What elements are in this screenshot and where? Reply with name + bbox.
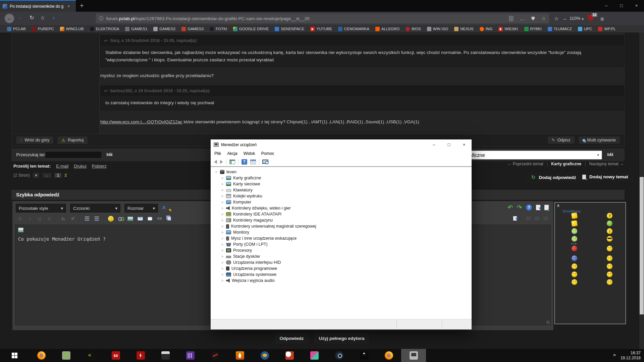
bookmark-item[interactable]: GAMES1 [122,27,150,31]
tree-item[interactable]: >Kontrolery magazynu [221,217,273,223]
tree-item[interactable]: >Urządzenia systemowe [221,272,276,278]
bookmark-item[interactable]: PUREPC [29,27,57,31]
emoticon-devil[interactable] [607,221,612,226]
full-editor-button[interactable]: Użyj pełnego edytora [314,333,370,344]
editor-help-icon[interactable]: ? [526,204,532,210]
tree-root[interactable]: > leven [215,169,236,175]
emoticon-angry-yellow[interactable] [607,246,612,251]
page-1-button[interactable]: 1 [54,173,62,178]
taskbar-furmark[interactable] [227,349,252,362]
numbered-list-icon[interactable] [93,215,101,222]
align-left-icon[interactable] [525,216,531,221]
taskbar-cpu-z[interactable] [153,349,178,362]
emoticon-wink[interactable] [572,263,577,269]
tree-item[interactable]: >Kontrolery IDE ATA/ATAPI [221,211,281,217]
tree-item[interactable]: >Procesory [221,247,252,253]
align-right-icon[interactable] [543,216,549,221]
bookmark-item[interactable]: PCLAB [4,27,29,31]
tree-item[interactable]: >Porty (COM i LPT) [221,241,268,247]
taskbar-clock[interactable]: 16:37 19.12.2018 [621,351,641,361]
resize-grip[interactable] [546,321,550,324]
tree-item[interactable]: >Karty sieciowe [221,181,260,187]
site-info-icon[interactable]: ⓘ [99,15,104,21]
expander-icon[interactable]: > [214,170,218,174]
scrollbar-thumb[interactable] [640,177,644,314]
insert-email-icon[interactable] [136,215,144,222]
emoticon-thumbs-up[interactable] [571,220,578,227]
insert-code-icon[interactable]: <> [155,215,164,222]
tree-item[interactable]: >Komputer [221,199,251,205]
bookmark-item[interactable]: GAMES3 [178,27,207,31]
taskbar-firefox-2[interactable] [376,349,401,362]
dm-properties-icon[interactable] [250,160,256,164]
bookmark-item[interactable]: GAMES2 [150,27,178,31]
tree-item[interactable]: >Urządzenia programowe [221,265,277,272]
zoom-level[interactable]: 110% [570,16,580,21]
emoticon-grimace[interactable] [572,279,577,285]
prev-topic-link[interactable]: ← Poprzedni temat [507,162,543,166]
taskbar-steam[interactable] [327,349,352,362]
font-color-icon[interactable]: A [162,204,170,212]
bookmark-item[interactable]: ELEKTRODA [87,27,122,31]
bookmark-item[interactable]: RYBKI [521,27,545,31]
bookmark-star-icon[interactable]: ☆ [541,16,546,21]
device-manager-titlebar[interactable]: Menedżer urządzeń – □ × [211,139,472,150]
tree-item[interactable]: >Kontrolery uniwersalnej magistrali szer… [221,223,316,229]
paste-word-icon[interactable] [544,205,549,210]
tree-item[interactable]: >Klawiatury [221,187,253,193]
window-minimize-button[interactable]: – [599,0,614,11]
emoticon-exclamation[interactable]: ! [607,228,612,234]
start-button[interactable] [0,349,29,362]
search-topic-input[interactable] [45,151,102,159]
prev-page-button[interactable]: ← [42,173,52,178]
bullet-list-icon[interactable] [83,215,91,222]
pocket-icon[interactable]: ⛊ [531,16,535,21]
dm-console-icon[interactable] [229,160,235,164]
bookmark-item[interactable]: CENOWARKA [335,27,372,31]
emoticon-smile[interactable] [607,279,612,285]
superscript-button[interactable]: x² [69,215,77,222]
search-go-button[interactable]: Idź [106,152,113,157]
tree-item[interactable]: >Mysz i inne urządzenia wskazujące [221,235,297,241]
next-topic-link[interactable]: Następny temat → [589,162,624,166]
taskbar-memtest[interactable] [178,349,203,362]
multiquote-button[interactable]: Multi cytowanie [578,136,620,144]
align-center-icon[interactable] [534,216,540,221]
menu-pomoc[interactable]: Pomoc [258,151,277,156]
bookmark-item[interactable]: WINCLUB [57,27,87,31]
redo-icon[interactable]: ↷ [517,204,522,211]
page-actions-icon[interactable]: … [520,16,525,21]
window-restore-button[interactable]: □ [614,0,629,11]
current-forum-link[interactable]: Karty graficzne [551,162,581,166]
menu-widok[interactable]: Widok [240,151,258,156]
tree-item[interactable]: >Urządzenia interfejsu HID [221,259,281,265]
menu-akcja[interactable]: Akcja [224,151,240,156]
dm-forward-icon[interactable] [220,160,223,164]
page-dropdown[interactable]: ▾ [33,172,40,178]
tray-chevron-icon[interactable]: ^ [613,353,616,358]
dm-minimize-button[interactable]: – [426,139,441,150]
tree-item[interactable]: >Stacje dysków [221,253,260,259]
back-button[interactable]: ← [5,14,14,23]
bookmark-item[interactable]: GOOGLE DRIVE [230,27,272,31]
tree-item[interactable]: >Wejścia i wyjścia audio [221,278,275,284]
subscript-button[interactable]: x₂ [59,215,67,222]
bookmark-item[interactable]: WP.PL [595,27,619,31]
tree-item[interactable]: >Kontrolery dźwięku, wideo i gier [221,205,291,211]
taskbar-gpu-z[interactable] [54,349,78,362]
underline-button[interactable]: U [35,215,44,222]
bookmark-item[interactable]: BIOS [402,27,424,31]
dm-back-icon[interactable] [214,160,217,164]
zoom-in-button[interactable]: + [581,16,584,21]
indent-icon[interactable] [513,216,517,221]
taskbar-device-manager-active[interactable] [401,349,426,362]
report-button[interactable]: ⚠Raportuj [57,136,88,144]
taskbar-blender[interactable] [252,349,277,362]
add-reply-button[interactable]: ↻Dodaj odpowiedź [526,172,582,183]
italic-button[interactable]: I [25,215,34,222]
taskbar-nvidia[interactable] [78,349,103,362]
size-select[interactable]: Rozmiar▾ [124,204,158,213]
taskbar-aida64[interactable]: 64 [103,349,128,362]
home-button[interactable]: ⌂ [41,14,44,20]
emoticon-annoyed-blue[interactable] [572,255,577,261]
